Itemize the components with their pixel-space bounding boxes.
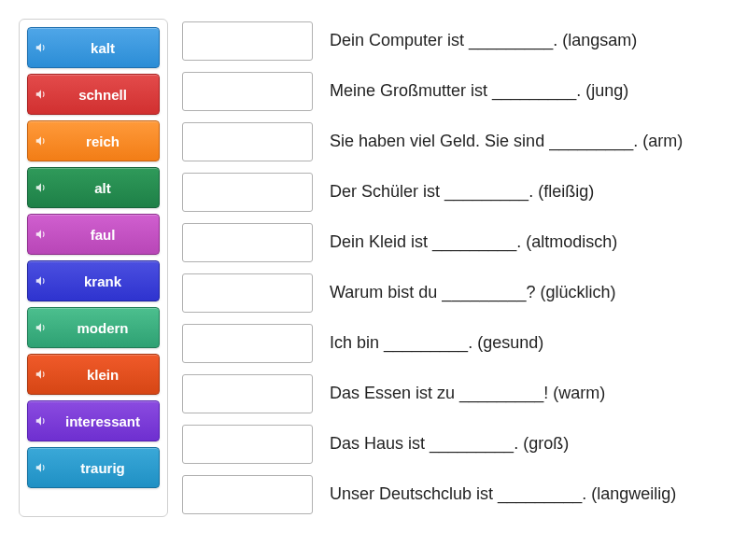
word-tile-label: faul: [54, 227, 159, 243]
sentence-row: Meine Großmutter ist _________. (jung): [182, 69, 728, 114]
word-tile-label: schnell: [54, 87, 159, 103]
sentence-text: Der Schüler ist _________. (fleißig): [330, 181, 594, 203]
drop-zone-4[interactable]: [182, 223, 313, 262]
sentence-row: Sie haben viel Geld. Sie sind _________.…: [182, 119, 728, 164]
sentence-row: Unser Deutschclub ist _________. (langwe…: [182, 472, 728, 517]
word-tile-7[interactable]: klein: [27, 354, 160, 395]
sentence-row: Dein Computer ist _________. (langsam): [182, 19, 728, 63]
sentence-text: Meine Großmutter ist _________. (jung): [330, 80, 628, 102]
word-tile-3[interactable]: alt: [27, 167, 160, 208]
sentence-row: Der Schüler ist _________. (fleißig): [182, 170, 728, 215]
drop-zone-6[interactable]: [182, 324, 313, 363]
sentence-text: Das Haus ist _________. (groß): [330, 433, 569, 455]
sound-icon[interactable]: [28, 134, 54, 147]
sentence-row: Ich bin _________. (gesund): [182, 321, 728, 366]
sound-icon[interactable]: [28, 228, 54, 241]
sentence-text: Das Essen ist zu _________! (warm): [330, 383, 605, 404]
word-tile-label: alt: [54, 180, 159, 196]
sound-icon[interactable]: [28, 414, 54, 427]
drop-zone-1[interactable]: [182, 72, 313, 111]
sound-icon[interactable]: [28, 88, 54, 101]
drop-zone-9[interactable]: [182, 475, 313, 514]
drop-zone-8[interactable]: [182, 425, 313, 464]
sentence-text: Dein Computer ist _________. (langsam): [330, 30, 637, 51]
sentence-row: Dein Kleid ist _________. (altmodisch): [182, 220, 728, 265]
sentence-text: Sie haben viel Geld. Sie sind _________.…: [330, 131, 683, 152]
word-tile-4[interactable]: faul: [27, 214, 160, 255]
sound-icon[interactable]: [28, 181, 54, 194]
word-tile-1[interactable]: schnell: [27, 74, 160, 115]
word-tile-label: kalt: [54, 40, 159, 56]
word-tile-0[interactable]: kalt: [27, 27, 160, 68]
sentence-text: Ich bin _________. (gesund): [330, 332, 543, 354]
word-tile-label: krank: [54, 273, 159, 289]
sentence-text: Warum bist du _________? (glücklich): [330, 282, 616, 303]
words-panel: kaltschnellreichaltfaulkrankmodernkleini…: [19, 19, 168, 517]
sentence-row: Das Haus ist _________. (groß): [182, 422, 728, 467]
sound-icon[interactable]: [28, 274, 54, 287]
word-tile-label: traurig: [54, 460, 159, 476]
sound-icon[interactable]: [28, 321, 54, 334]
drop-zone-2[interactable]: [182, 122, 313, 161]
drop-zone-5[interactable]: [182, 273, 313, 313]
word-tile-label: reich: [54, 133, 159, 149]
word-tile-6[interactable]: modern: [27, 307, 160, 348]
sound-icon[interactable]: [28, 461, 54, 474]
sentence-row: Warum bist du _________? (glücklich): [182, 271, 728, 315]
sentence-text: Dein Kleid ist _________. (altmodisch): [330, 231, 617, 253]
drop-zone-3[interactable]: [182, 173, 313, 212]
drop-zone-7[interactable]: [182, 374, 313, 413]
word-tile-label: interessant: [54, 413, 159, 429]
sentence-row: Das Essen ist zu _________! (warm): [182, 371, 728, 416]
sound-icon[interactable]: [28, 368, 54, 381]
sentence-text: Unser Deutschclub ist _________. (langwe…: [330, 483, 676, 505]
sentences-panel: Dein Computer ist _________. (langsam)Me…: [182, 19, 728, 517]
word-tile-5[interactable]: krank: [27, 260, 160, 301]
word-tile-2[interactable]: reich: [27, 120, 160, 161]
word-tile-8[interactable]: interessant: [27, 400, 160, 441]
sound-icon[interactable]: [28, 41, 54, 54]
word-tile-9[interactable]: traurig: [27, 447, 160, 488]
drop-zone-0[interactable]: [182, 21, 313, 61]
word-tile-label: modern: [54, 320, 159, 336]
word-tile-label: klein: [54, 367, 159, 383]
